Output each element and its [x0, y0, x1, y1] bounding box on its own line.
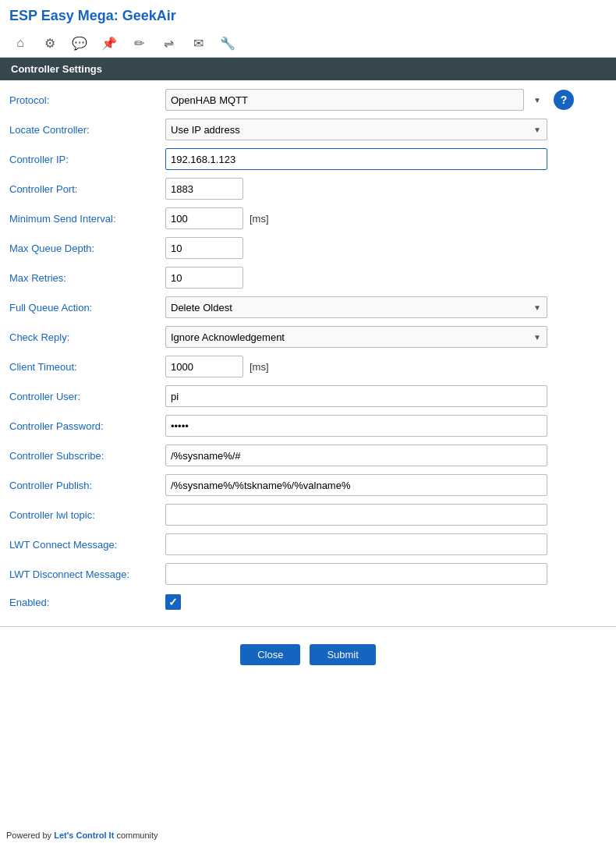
- min-send-label: Minimum Send Interval:: [9, 213, 165, 225]
- lwt-disconnect-input[interactable]: [165, 563, 547, 585]
- controller-user-label: Controller User:: [9, 391, 165, 402]
- full-queue-select-wrapper[interactable]: Delete Oldest Delete Newest Ignore: [165, 296, 547, 318]
- footer-prefix: Powered by: [6, 831, 54, 840]
- page-title: ESP Easy Mega: GeekAir: [0, 0, 616, 29]
- max-queue-label: Max Queue Depth:: [9, 243, 165, 254]
- section-header: Controller Settings: [0, 58, 616, 80]
- controller-port-row: Controller Port:: [0, 174, 616, 204]
- controller-port-input[interactable]: [165, 178, 243, 200]
- protocol-label: Protocol:: [9, 94, 165, 106]
- check-reply-select[interactable]: Ignore Acknowledgement Check Acknowledge…: [165, 326, 547, 348]
- check-reply-row: Check Reply: Ignore Acknowledgement Chec…: [0, 322, 616, 352]
- controller-password-input[interactable]: [165, 415, 547, 437]
- help-button[interactable]: ?: [554, 90, 574, 110]
- controller-subscribe-row: Controller Subscribe:: [0, 441, 616, 470]
- locate-select-wrapper[interactable]: Use IP address Use hostname: [165, 119, 547, 140]
- enabled-label: Enabled:: [9, 597, 165, 608]
- max-retries-input[interactable]: [165, 267, 243, 289]
- lwt-connect-input[interactable]: [165, 533, 547, 555]
- max-retries-row: Max Retries:: [0, 263, 616, 292]
- controller-ip-input[interactable]: [165, 148, 547, 170]
- controller-publish-input[interactable]: [165, 474, 547, 496]
- lwt-connect-row: LWT Connect Message:: [0, 530, 616, 559]
- protocol-row: Protocol: OpenHAB MQTT MQTT HTTP ?: [0, 85, 616, 115]
- full-queue-label: Full Queue Action:: [9, 302, 165, 313]
- lwt-disconnect-row: LWT Disconnect Message:: [0, 559, 616, 589]
- controller-publish-label: Controller Publish:: [9, 480, 165, 491]
- protocol-select-wrapper[interactable]: OpenHAB MQTT MQTT HTTP: [165, 89, 547, 111]
- lwt-disconnect-label: LWT Disconnect Message:: [9, 568, 165, 580]
- max-queue-input[interactable]: [165, 237, 243, 259]
- controller-user-input[interactable]: [165, 385, 547, 407]
- controller-password-label: Controller Password:: [9, 420, 165, 432]
- toolbar: ⌂ ⚙ 💬 📌 ✏ ⇌ ✉ 🔧: [0, 29, 616, 58]
- protocol-select[interactable]: OpenHAB MQTT MQTT HTTP: [165, 89, 524, 111]
- settings-icon[interactable]: ⚙: [39, 32, 61, 54]
- controller-lwl-input[interactable]: [165, 504, 547, 526]
- client-timeout-row: Client Timeout: [ms]: [0, 352, 616, 381]
- enabled-row: Enabled: ✓: [0, 589, 616, 615]
- footer: Powered by Let's Control It community: [0, 827, 165, 843]
- client-timeout-input[interactable]: [165, 356, 243, 377]
- controller-publish-row: Controller Publish:: [0, 470, 616, 500]
- wrench-icon[interactable]: 🔧: [217, 32, 239, 54]
- enabled-checkbox-wrapper[interactable]: ✓: [165, 594, 181, 610]
- footer-link[interactable]: Let's Control It: [54, 831, 114, 840]
- pin-icon[interactable]: 📌: [98, 32, 120, 54]
- check-reply-select-wrapper[interactable]: Ignore Acknowledgement Check Acknowledge…: [165, 326, 547, 348]
- max-queue-row: Max Queue Depth:: [0, 233, 616, 263]
- home-icon[interactable]: ⌂: [9, 32, 31, 54]
- full-queue-select[interactable]: Delete Oldest Delete Newest Ignore: [165, 296, 547, 318]
- lwt-connect-label: LWT Connect Message:: [9, 539, 165, 551]
- client-timeout-unit: [ms]: [250, 361, 269, 373]
- controller-port-label: Controller Port:: [9, 183, 165, 195]
- locate-select[interactable]: Use IP address Use hostname: [165, 119, 547, 140]
- max-retries-label: Max Retries:: [9, 272, 165, 284]
- controller-subscribe-label: Controller Subscribe:: [9, 450, 165, 462]
- client-timeout-label: Client Timeout:: [9, 361, 165, 373]
- button-row: Close Submit: [0, 633, 616, 676]
- controller-lwl-row: Controller lwl topic:: [0, 500, 616, 530]
- min-send-unit: [ms]: [250, 213, 269, 225]
- checkmark-icon: ✓: [168, 596, 178, 608]
- controller-user-row: Controller User:: [0, 381, 616, 411]
- controller-ip-label: Controller IP:: [9, 154, 165, 165]
- form-body: Protocol: OpenHAB MQTT MQTT HTTP ? Locat…: [0, 80, 616, 620]
- controller-subscribe-input[interactable]: [165, 445, 547, 466]
- mail-icon[interactable]: ✉: [187, 32, 209, 54]
- arrow-icon[interactable]: ⇌: [158, 32, 179, 54]
- full-queue-row: Full Queue Action: Delete Oldest Delete …: [0, 292, 616, 322]
- tool-icon[interactable]: ✏: [128, 32, 150, 54]
- chat-icon[interactable]: 💬: [69, 32, 90, 54]
- controller-lwl-label: Controller lwl topic:: [9, 509, 165, 521]
- controller-ip-row: Controller IP:: [0, 144, 616, 174]
- controller-password-row: Controller Password:: [0, 411, 616, 441]
- submit-button[interactable]: Submit: [310, 644, 375, 665]
- locate-controller-row: Locate Controller: Use IP address Use ho…: [0, 115, 616, 144]
- close-button[interactable]: Close: [240, 644, 300, 665]
- footer-suffix: community: [114, 831, 158, 840]
- locate-controller-label: Locate Controller:: [9, 124, 165, 136]
- form-divider: [0, 626, 616, 627]
- min-send-row: Minimum Send Interval: [ms]: [0, 204, 616, 233]
- check-reply-label: Check Reply:: [9, 331, 165, 343]
- min-send-input[interactable]: [165, 207, 243, 229]
